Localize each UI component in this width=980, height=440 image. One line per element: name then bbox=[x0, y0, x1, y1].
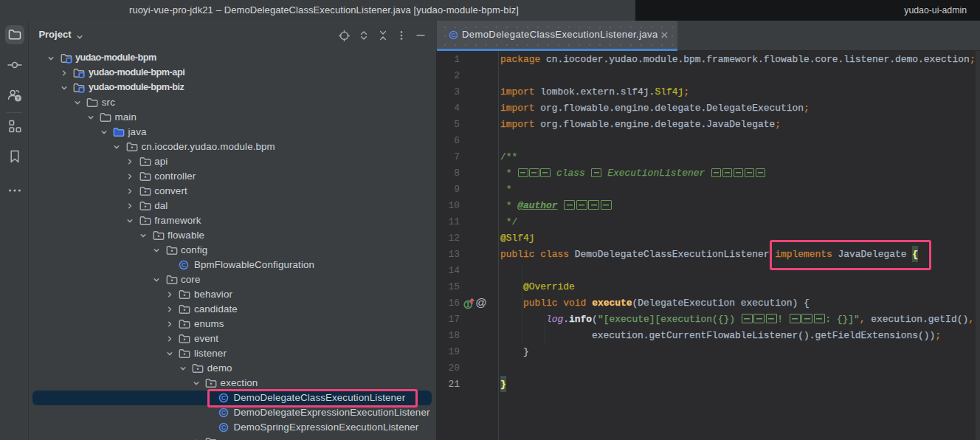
svg-text:?: ? bbox=[16, 95, 20, 102]
svg-text:@: @ bbox=[475, 298, 486, 309]
